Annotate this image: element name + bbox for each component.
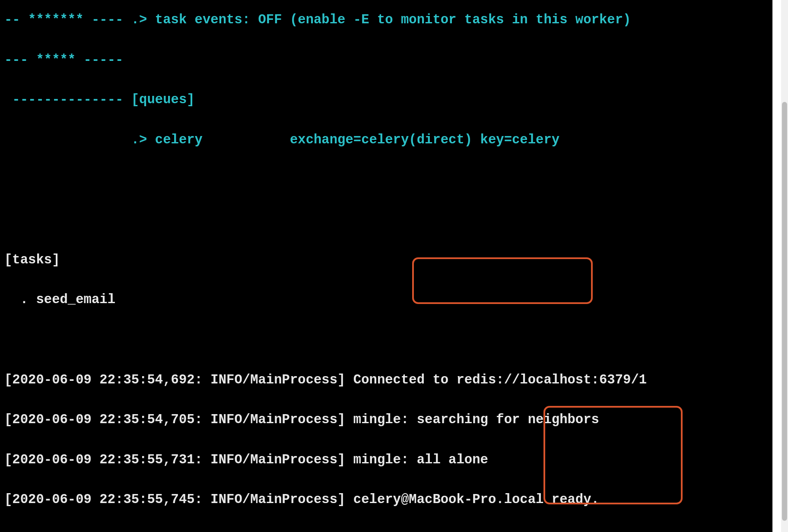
queue-celery: .> celery exchange=celery(direct) key=ce… xyxy=(131,133,559,147)
queues-header: [queues] xyxy=(131,92,195,107)
blank-2 xyxy=(4,210,769,230)
blank-1 xyxy=(4,170,769,190)
blank-3 xyxy=(4,330,769,350)
terminal-content: -- ******* ---- .> task events: OFF (ena… xyxy=(4,0,769,532)
terminal-window: -- ******* ---- .> task events: OFF (ena… xyxy=(0,0,772,532)
scrollbar-track[interactable] xyxy=(781,0,788,532)
log-line-3: [2020-06-09 22:35:55,731: INFO/MainProce… xyxy=(4,450,769,470)
log-line-5: [2020-06-09 22:39:07,302: INFO/MainProce… xyxy=(4,530,769,532)
log-line-2: [2020-06-09 22:35:54,705: INFO/MainProce… xyxy=(4,410,769,430)
scrollbar-thumb[interactable] xyxy=(782,102,787,521)
banner-line-4: .> celery exchange=celery(direct) key=ce… xyxy=(4,130,769,150)
banner-line-1: -- ******* ---- .> task events: OFF (ena… xyxy=(4,10,769,30)
banner-text-1: .> task events: OFF (enable -E to monito… xyxy=(131,13,631,27)
log-line-4: [2020-06-09 22:35:55,745: INFO/MainProce… xyxy=(4,490,769,510)
banner-line-3: -------------- [queues] xyxy=(4,90,769,110)
tasks-item: . seed_email xyxy=(4,290,769,310)
tasks-header: [tasks] xyxy=(4,250,769,270)
banner-dash-1: -- ******* ---- xyxy=(4,13,131,27)
banner-line-2: --- ***** ----- xyxy=(4,50,769,70)
banner-dash-3: -------------- xyxy=(4,92,131,107)
banner-pad-4 xyxy=(4,133,131,147)
log-line-1: [2020-06-09 22:35:54,692: INFO/MainProce… xyxy=(4,370,769,390)
